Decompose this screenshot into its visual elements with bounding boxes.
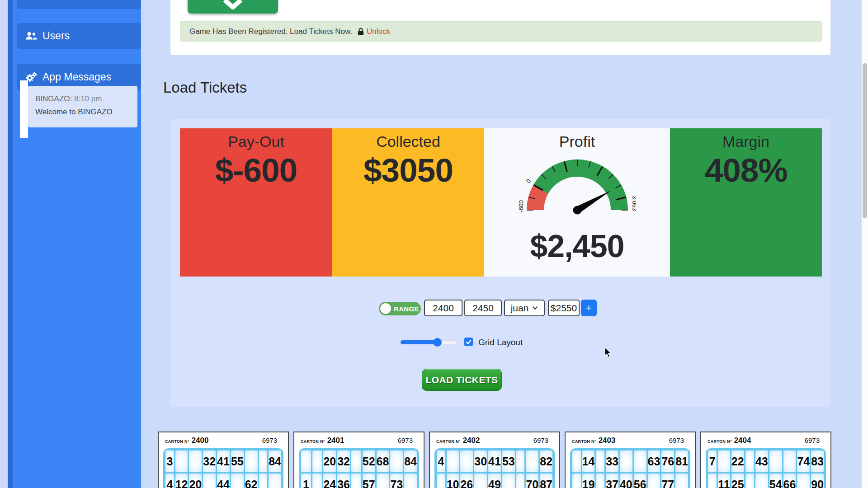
toggle-knob[interactable] [380, 303, 391, 314]
profit-value: $2,450 [530, 228, 624, 264]
carton-number: 2404 [734, 436, 751, 445]
unlock-link[interactable]: Unlock [367, 27, 390, 36]
message-sender: BINGAZO: [35, 94, 72, 103]
carton-serial: 6973 [669, 436, 684, 444]
ticket-cell: 63 [648, 450, 660, 472]
ticket-cell [245, 450, 258, 472]
ticket-cell: 3 [165, 450, 174, 472]
ticket-cell: 33 [606, 450, 618, 472]
ticket-cell [377, 474, 389, 488]
carton-serial: 6973 [262, 436, 277, 444]
sidebar-item-label: App Messages [42, 71, 111, 83]
ticket-cell: 81 [675, 450, 688, 472]
sidebar-scrollbar[interactable] [8, 0, 13, 488]
grid-layout-checkbox[interactable] [464, 338, 473, 346]
ticket-cell: 73 [390, 474, 403, 488]
ticket-cell: 62 [245, 474, 258, 488]
ticket-cell [474, 474, 487, 488]
ticket-cell: 25 [731, 474, 744, 488]
bingo-card[interactable]: CARTON N°240469737224374831125546690 [700, 432, 831, 488]
add-range-button[interactable]: + [581, 300, 597, 316]
sidebar-item-label: Users [42, 30, 70, 42]
ticket-cell: 32 [203, 450, 216, 472]
ticket-cell [596, 450, 604, 472]
bingo-card[interactable]: CARTON N°2403697314336376811937405677 [565, 432, 696, 488]
ticket-cell: 84 [269, 450, 281, 472]
ticket-cell: 66 [783, 474, 796, 488]
ticket-cell: 11 [718, 474, 730, 488]
ticket-cell: 56 [634, 474, 646, 488]
ticket-cell: 12 [175, 474, 188, 488]
carton-label: CARTON N° [165, 439, 189, 444]
grid-layout-label: Grid Layout [478, 338, 523, 347]
size-slider[interactable] [400, 340, 457, 344]
carton-number: 2403 [599, 436, 616, 445]
ticket-cell [269, 474, 281, 488]
ticket-cell [447, 450, 459, 472]
ticket-cell: 4 [437, 450, 445, 472]
price-input[interactable] [548, 300, 580, 316]
gauge-hub [573, 206, 581, 215]
stat-value: $3050 [363, 151, 453, 189]
ticket-cell: 10 [447, 474, 459, 488]
ticket-cell [437, 474, 445, 488]
ticket-grid: 2032526884124365773 [299, 448, 419, 488]
ticket-cell [259, 450, 268, 472]
card-header: CARTON N°24006973 [159, 436, 288, 446]
ticket-cell: 43 [755, 450, 768, 472]
app-screen: Users [0, 0, 868, 488]
sidebar-item-users[interactable]: Users [17, 23, 141, 49]
stat-label: Pay-Out [228, 133, 284, 150]
ticket-cell [301, 450, 311, 472]
ticket-cell [312, 450, 322, 472]
page-scrollbar-thumb[interactable] [863, 63, 867, 218]
ticket-cell [596, 474, 604, 488]
card-header: CARTON N°24026973 [430, 436, 559, 446]
ticket-cell: 57 [363, 474, 375, 488]
gauge-min-label: -600 [519, 200, 524, 212]
seller-select[interactable]: juan [504, 300, 545, 316]
bingo-card[interactable]: CARTON N°240269734304153821026497087 [429, 432, 560, 488]
ticket-cell: 77 [661, 474, 674, 488]
ticket-from-input[interactable] [424, 300, 462, 316]
ticket-cell [708, 474, 717, 488]
ticket-cell [745, 474, 754, 488]
message-accent-bar [20, 80, 28, 138]
collected-panel: Collected $3050 [332, 128, 484, 277]
ticket-to-input[interactable] [464, 300, 502, 316]
page-scrollbar-track[interactable] [862, 0, 868, 488]
ticket-cell [572, 474, 581, 488]
ticket-cell: 24 [323, 474, 336, 488]
ticket-cell [572, 450, 581, 472]
ticket-cell [259, 474, 268, 488]
ticket-cell: 74 [797, 450, 810, 472]
gauge-max-label: 3,063 [631, 196, 636, 211]
load-tickets-button[interactable]: LOAD TICKETS [422, 369, 502, 391]
slider-thumb[interactable] [433, 338, 442, 347]
ticket-cell [516, 450, 525, 472]
ticket-cell [797, 474, 810, 488]
ticket-cell: 90 [811, 474, 824, 488]
bingo-card[interactable]: CARTON N°24006973332415584412204462 [158, 432, 289, 488]
bingo-card[interactable]: CARTON N°240169732032526884124365773 [293, 432, 425, 488]
ticket-cell: 68 [377, 450, 389, 472]
carton-number: 2402 [463, 436, 480, 445]
ticket-cell [675, 474, 688, 488]
register-section: Game Has Been Registered. Load Tickets N… [170, 0, 830, 55]
ticket-cell [783, 450, 796, 472]
ticket-cell [755, 474, 768, 488]
sidebar-item-partial[interactable] [17, 0, 141, 9]
ticket-cell: 37 [606, 474, 618, 488]
carton-label: CARTON N° [436, 439, 461, 444]
confirm-button[interactable] [188, 0, 278, 14]
ticket-cell: 32 [337, 450, 350, 472]
margin-panel: Margin 408% [670, 128, 822, 277]
ticket-cell [175, 450, 188, 472]
gauge-zero-label: 0 [524, 178, 532, 184]
chevron-down-icon [532, 306, 538, 310]
ticket-cell [460, 450, 473, 472]
ticket-cell: 84 [404, 450, 417, 472]
ticket-cell: 83 [811, 450, 824, 472]
toggle-label: RANGE [394, 305, 419, 313]
range-toggle[interactable]: RANGE [379, 302, 421, 315]
